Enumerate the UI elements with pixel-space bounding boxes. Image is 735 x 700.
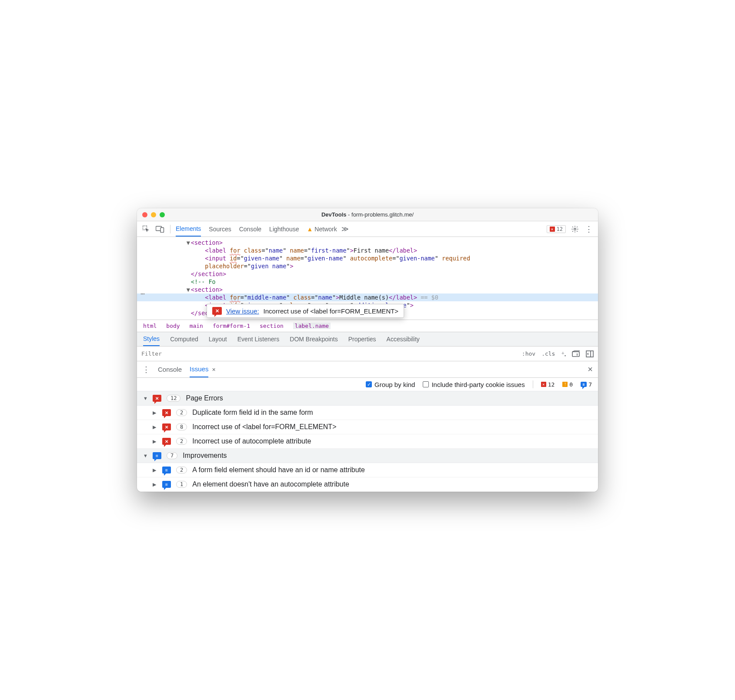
issue-tooltip: ✕ View issue: Incorrect use of <label fo…: [207, 304, 404, 318]
inspect-icon[interactable]: [141, 224, 151, 234]
subtab-styles[interactable]: Styles: [143, 332, 160, 346]
info-count[interactable]: ≡7: [581, 381, 592, 388]
dom-row[interactable]: </section>: [137, 270, 598, 278]
issue-item[interactable]: ▶≡1An element doesn't have an autocomple…: [137, 477, 598, 492]
elements-dom-tree[interactable]: ✕ View issue: Incorrect use of <label fo…: [137, 237, 598, 320]
kebab-menu-icon[interactable]: ⋮: [584, 224, 594, 234]
tab-elements[interactable]: Elements: [176, 221, 201, 237]
error-icon: ✕: [550, 227, 555, 232]
title-strong: DevTools: [321, 211, 347, 218]
issue-item[interactable]: ▶✕2Incorrect use of autocomplete attribu…: [137, 434, 598, 449]
hov-toggle[interactable]: :hov: [522, 350, 535, 357]
titlebar: DevTools - form-problems.glitch.me/: [137, 208, 598, 221]
disclosure-triangle-icon: ▼: [143, 396, 147, 401]
title-sub: - form-problems.glitch.me/: [346, 211, 414, 218]
drawer-menu-icon[interactable]: ⋮: [142, 365, 150, 374]
crumb-label-name[interactable]: label.name: [293, 323, 331, 329]
settings-gear-icon[interactable]: [570, 224, 580, 234]
tooltip-text: Incorrect use of <label for=FORM_ELEMENT…: [264, 307, 399, 315]
close-tab-icon[interactable]: ×: [212, 366, 215, 373]
item-count: 8: [176, 423, 187, 430]
error-chat-icon: ✕: [153, 395, 161, 402]
cls-toggle[interactable]: .cls: [541, 350, 555, 357]
drawer-tab-issues[interactable]: Issues: [190, 361, 208, 377]
error-chat-icon: ✕: [162, 423, 171, 430]
item-text: Duplicate form field id in the same form: [192, 409, 313, 417]
devtools-window: DevTools - form-problems.glitch.me/ Elem…: [137, 208, 598, 492]
crumb-section[interactable]: section: [260, 323, 284, 329]
toolbar-separator: [170, 225, 170, 233]
subtab-properties[interactable]: Properties: [348, 332, 376, 346]
issues-list: ▼✕12Page Errors▶✕2Duplicate form field i…: [137, 391, 598, 492]
group-count: 7: [167, 452, 177, 459]
disclosure-triangle-icon: ▶: [153, 482, 157, 487]
options-separator: [533, 380, 533, 388]
crumb-main[interactable]: main: [190, 323, 203, 329]
dom-row[interactable]: placeholder="given name">: [137, 262, 598, 270]
disclosure-triangle-icon: ▶: [153, 439, 157, 444]
warning-triangle-icon: ▲: [307, 226, 313, 233]
include-third-party-checkbox[interactable]: Include third-party cookie issues: [423, 381, 525, 388]
issue-item[interactable]: ▶✕8Incorrect use of <label for=FORM_ELEM…: [137, 420, 598, 434]
issue-group-improvements[interactable]: ▼≡7Improvements: [137, 449, 598, 463]
disclosure-triangle-icon: ▶: [153, 410, 157, 416]
issue-item[interactable]: ▶≡2A form field element should have an i…: [137, 463, 598, 477]
subtab-computed[interactable]: Computed: [170, 332, 198, 346]
item-count: 2: [176, 438, 187, 445]
drawer-close-icon[interactable]: ×: [588, 364, 593, 374]
tab-network[interactable]: ▲ Network: [307, 221, 337, 237]
error-count: 12: [557, 226, 563, 232]
tab-console[interactable]: Console: [239, 221, 261, 237]
drawer-header: ⋮ ConsoleIssues× ×: [137, 361, 598, 378]
dom-row[interactable]: <label for class="name" name="first-name…: [137, 247, 598, 254]
crumb-form-form-1[interactable]: form#form-1: [213, 323, 250, 329]
dom-breadcrumb[interactable]: htmlbodymainform#form-1sectionlabel.name: [137, 320, 598, 332]
dom-row[interactable]: <!-- Fo: [137, 278, 598, 286]
new-style-rule-icon[interactable]: +▪: [561, 350, 566, 358]
subtab-event-listeners[interactable]: Event Listeners: [237, 332, 280, 346]
elements-subtabs: StylesComputedLayoutEvent ListenersDOM B…: [137, 332, 598, 347]
drawer-tab-console[interactable]: Console: [158, 361, 182, 377]
warnings-count[interactable]: !0: [562, 381, 573, 388]
errors-count[interactable]: ✕12: [541, 381, 555, 388]
window-title: DevTools - form-problems.glitch.me/: [137, 211, 598, 218]
svg-point-3: [574, 228, 576, 230]
dom-row[interactable]: <input id="given-name" name="given-name"…: [137, 254, 598, 262]
svg-rect-2: [160, 227, 164, 232]
computed-styles-toggle-icon[interactable]: [572, 350, 580, 357]
tab-lighthouse[interactable]: Lighthouse: [269, 221, 299, 237]
svg-rect-4: [572, 352, 579, 357]
device-toggle-icon[interactable]: [155, 224, 165, 234]
dom-row[interactable]: ⋯ <label for="middle-name" class="name">…: [137, 293, 598, 301]
group-by-kind-checkbox[interactable]: ✓ Group by kind: [366, 381, 415, 388]
disclosure-triangle-icon: ▶: [153, 424, 157, 430]
styles-filter-input[interactable]: [141, 350, 516, 357]
overflow-tabs-icon[interactable]: ≫: [341, 225, 349, 233]
drawer-tabs: ConsoleIssues×: [158, 361, 216, 377]
styles-filter-bar: :hov .cls +▪: [137, 347, 598, 361]
issue-group-page-errors[interactable]: ▼✕12Page Errors: [137, 391, 598, 406]
disclosure-triangle-icon: ▶: [153, 467, 157, 473]
issue-item[interactable]: ▶✕2Duplicate form field id in the same f…: [137, 406, 598, 420]
subtab-accessibility[interactable]: Accessibility: [387, 332, 420, 346]
item-text: An element doesn't have an autocomplete …: [192, 480, 349, 488]
item-count: 1: [176, 481, 187, 488]
info-chat-icon: ≡: [153, 452, 161, 459]
tab-sources[interactable]: Sources: [209, 221, 231, 237]
error-count-badge[interactable]: ✕ 12: [547, 225, 566, 233]
info-chat-icon: ≡: [162, 467, 171, 473]
item-text: Incorrect use of <label for=FORM_ELEMENT…: [192, 423, 336, 431]
dom-row[interactable]: ▼<section>: [137, 286, 598, 293]
dom-row[interactable]: ▼<section>: [137, 239, 598, 247]
subtab-layout[interactable]: Layout: [209, 332, 227, 346]
subtab-dom-breakpoints[interactable]: DOM Breakpoints: [290, 332, 337, 346]
crumb-html[interactable]: html: [143, 323, 157, 329]
view-issue-link[interactable]: View issue:: [226, 307, 259, 315]
info-chat-icon: ≡: [162, 481, 171, 488]
group-count: 12: [167, 395, 180, 402]
crumb-body[interactable]: body: [166, 323, 180, 329]
toggle-sidebar-icon[interactable]: [586, 350, 594, 357]
group-label: Improvements: [183, 452, 227, 460]
item-text: Incorrect use of autocomplete attribute: [192, 437, 311, 445]
issues-options: ✓ Group by kind Include third-party cook…: [137, 378, 598, 391]
